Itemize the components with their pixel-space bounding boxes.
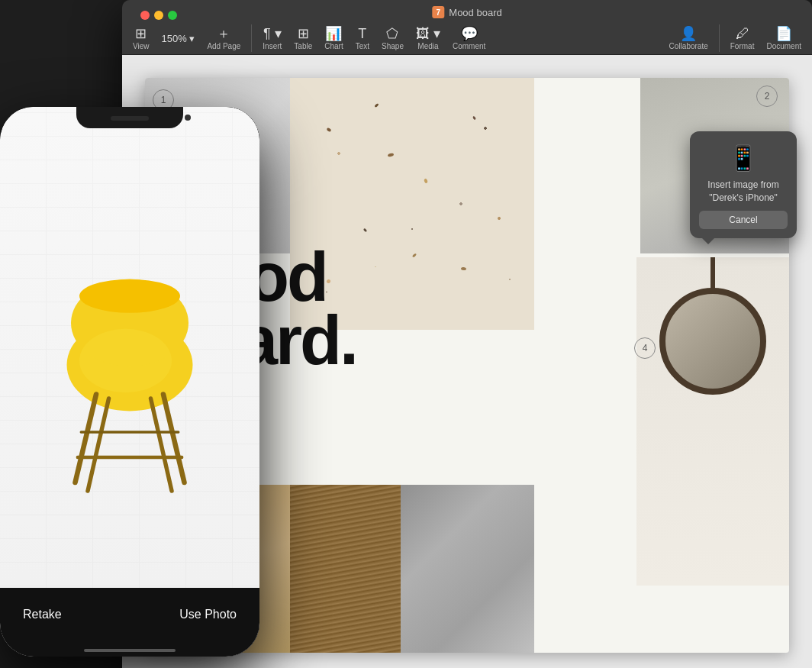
toolbar-shape[interactable]: ⬠ Shape (377, 27, 408, 50)
view-icon: ⊞ (135, 27, 147, 40)
format-label: Format (730, 42, 755, 50)
use-photo-button[interactable]: Use Photo (179, 608, 237, 621)
view-label: View (133, 42, 150, 50)
iphone: Retake Use Photo (0, 107, 259, 657)
media-label: Media (417, 42, 438, 50)
chart-icon: 📊 (325, 27, 342, 40)
iphone-photo (0, 107, 259, 657)
iphone-screen (0, 107, 259, 657)
zoom-icon: 150% ▾ (162, 34, 195, 44)
toolbar-add-page[interactable]: ＋ Add Page (202, 27, 245, 50)
iphone-icon: 📱 (728, 144, 759, 173)
insert-popup-text: Insert image from"Derek's iPhone" (707, 179, 778, 205)
toolbar-view[interactable]: ⊞ View (128, 27, 154, 50)
toolbar-comment[interactable]: 💬 Comment (448, 27, 490, 50)
iphone-home-indicator (84, 649, 176, 652)
collaborate-label: Collaborate (669, 42, 708, 50)
titlebar: 7 Mood board ⊞ View 150% ▾ ＋ Add Page ¶ … (122, 0, 812, 55)
iphone-notch (76, 107, 183, 128)
close-button[interactable] (140, 11, 150, 20)
toolbar-separator-2 (719, 24, 720, 52)
toolbar-document[interactable]: 📄 Document (762, 27, 806, 50)
bottom-fur-image (401, 485, 534, 653)
comment-icon: 💬 (461, 27, 478, 40)
maximize-button[interactable] (168, 11, 177, 20)
toolbar-insert[interactable]: ¶ ▾ Insert (258, 27, 286, 50)
insert-icon: ¶ ▾ (263, 27, 282, 40)
page-badge-2: 2 (756, 86, 778, 107)
shape-label: Shape (382, 42, 404, 50)
iphone-speaker (111, 116, 149, 121)
minimize-button[interactable] (154, 11, 163, 20)
chair-svg (46, 252, 214, 511)
app-title: Mood board (449, 7, 501, 18)
media-icon: 🖼 ▾ (416, 27, 440, 40)
retake-button[interactable]: Retake (23, 608, 62, 621)
cancel-button[interactable]: Cancel (699, 211, 788, 229)
collaborate-icon: 👤 (680, 27, 697, 40)
toolbar-chart[interactable]: 📊 Chart (320, 27, 347, 50)
chart-label: Chart (324, 42, 343, 50)
table-label: Table (294, 42, 312, 50)
text-icon: T (358, 27, 366, 40)
toolbar-media[interactable]: 🖼 ▾ Media (411, 27, 445, 50)
mirror-image (636, 257, 789, 586)
document-label: Document (766, 42, 801, 50)
toolbar-table[interactable]: ⊞ Table (289, 27, 317, 50)
svg-point-12 (79, 329, 172, 393)
toolbar-text[interactable]: T Text (351, 27, 374, 50)
add-page-label: Add Page (207, 42, 240, 50)
toolbar: ⊞ View 150% ▾ ＋ Add Page ¶ ▾ Insert ⊞ Ta… (122, 22, 812, 54)
format-icon: 🖊 (736, 27, 749, 40)
app-icon: 7 (432, 6, 444, 18)
svg-point-5 (79, 279, 180, 313)
bottom-center-image (290, 485, 401, 653)
iphone-camera (185, 115, 191, 121)
toolbar-separator-1 (251, 24, 252, 52)
page-badge-4: 4 (634, 337, 656, 359)
shape-icon: ⬠ (386, 27, 398, 40)
insert-image-popup: 📱 Insert image from"Derek's iPhone" Canc… (690, 131, 797, 238)
toolbar-zoom[interactable]: 150% ▾ (157, 34, 200, 44)
toolbar-collaborate[interactable]: 👤 Collaborate (665, 27, 713, 50)
document-icon: 📄 (775, 27, 792, 40)
text-label: Text (356, 42, 369, 50)
iphone-bottom-bar: Retake Use Photo (0, 588, 259, 657)
comment-label: Comment (453, 42, 485, 50)
table-icon: ⊞ (298, 27, 309, 40)
insert-label: Insert (263, 42, 282, 50)
mirror-circle (659, 288, 766, 395)
toolbar-format[interactable]: 🖊 Format (726, 27, 759, 50)
traffic-lights (131, 11, 177, 20)
add-page-icon: ＋ (217, 27, 230, 40)
window-title: 7 Mood board (432, 6, 501, 18)
